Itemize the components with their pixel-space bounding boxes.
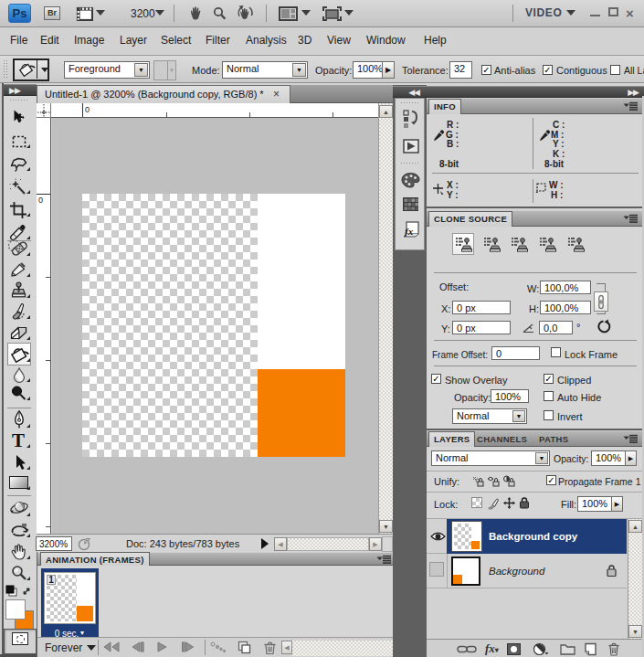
svg-text:fx: fx	[405, 226, 414, 237]
